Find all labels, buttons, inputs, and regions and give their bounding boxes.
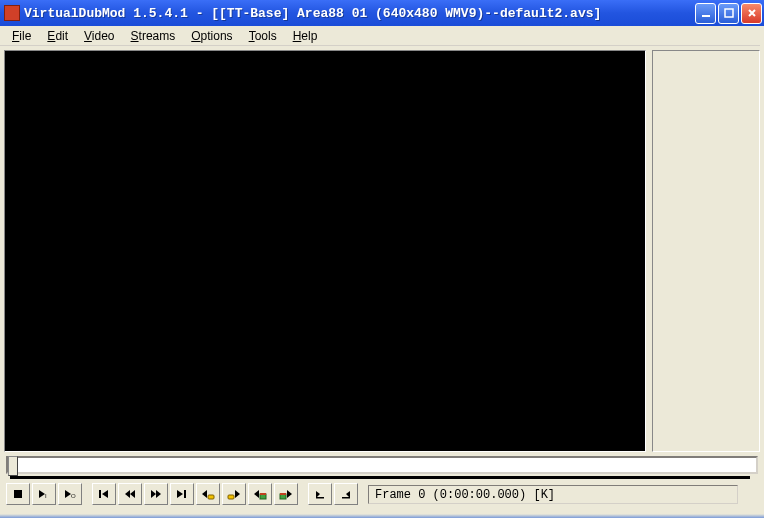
- svg-text:I: I: [45, 493, 47, 499]
- menu-help[interactable]: Help: [285, 27, 326, 45]
- svg-marker-13: [177, 490, 183, 498]
- window-right-border: [760, 26, 764, 514]
- svg-marker-24: [287, 490, 292, 498]
- scene-back-button[interactable]: [248, 483, 272, 505]
- svg-marker-15: [202, 490, 207, 498]
- svg-text:O: O: [71, 493, 76, 499]
- stop-button[interactable]: [6, 483, 30, 505]
- svg-rect-17: [228, 495, 234, 499]
- play-input-button[interactable]: I: [32, 483, 56, 505]
- key-next-button[interactable]: [222, 483, 246, 505]
- svg-marker-19: [254, 490, 259, 498]
- step-back-button[interactable]: [118, 483, 142, 505]
- work-area: [0, 46, 764, 452]
- seek-start-button[interactable]: [92, 483, 116, 505]
- titlebar: VirtualDubMod 1.5.4.1 - [[TT-Base] Area8…: [0, 0, 764, 26]
- minimize-button[interactable]: [695, 3, 716, 24]
- menu-streams[interactable]: Streams: [123, 27, 184, 45]
- svg-rect-1: [725, 9, 733, 17]
- svg-rect-2: [14, 490, 22, 498]
- key-prev-button[interactable]: [196, 483, 220, 505]
- window-bottom-border: [0, 514, 764, 518]
- timeline-slider[interactable]: [6, 456, 758, 474]
- mark-out-button[interactable]: [334, 483, 358, 505]
- svg-marker-8: [102, 490, 108, 498]
- svg-marker-10: [130, 490, 135, 498]
- svg-marker-9: [125, 490, 130, 498]
- frame-status: Frame 0 (0:00:00.000) [K]: [368, 485, 738, 504]
- menu-options[interactable]: Options: [183, 27, 240, 45]
- window-title: VirtualDubMod 1.5.4.1 - [[TT-Base] Area8…: [24, 6, 695, 21]
- close-button[interactable]: [741, 3, 762, 24]
- app-icon: [4, 5, 20, 21]
- seek-end-button[interactable]: [170, 483, 194, 505]
- timeline-row: [0, 452, 764, 479]
- menu-file[interactable]: File: [4, 27, 39, 45]
- svg-rect-23: [280, 493, 286, 495]
- svg-rect-21: [260, 493, 266, 495]
- svg-rect-14: [184, 490, 186, 498]
- menu-tools[interactable]: Tools: [241, 27, 285, 45]
- menu-edit[interactable]: Edit: [39, 27, 76, 45]
- menubar: File Edit Video Streams Options Tools He…: [0, 26, 764, 46]
- svg-marker-11: [151, 490, 156, 498]
- video-preview-output[interactable]: [652, 50, 760, 452]
- menu-video[interactable]: Video: [76, 27, 122, 45]
- svg-marker-18: [235, 490, 240, 498]
- svg-rect-26: [342, 497, 350, 499]
- step-fwd-button[interactable]: [144, 483, 168, 505]
- scene-fwd-button[interactable]: [274, 483, 298, 505]
- transport-controls: I O Frame 0 (0:00:00.000) [K]: [0, 479, 764, 509]
- maximize-button[interactable]: [718, 3, 739, 24]
- svg-rect-25: [316, 497, 324, 499]
- play-output-button[interactable]: O: [58, 483, 82, 505]
- svg-rect-0: [702, 15, 710, 17]
- svg-rect-7: [99, 490, 101, 498]
- svg-marker-12: [156, 490, 161, 498]
- window-controls: [695, 3, 762, 24]
- timeline-handle[interactable]: [8, 456, 18, 476]
- video-preview-input[interactable]: [4, 50, 646, 452]
- mark-in-button[interactable]: [308, 483, 332, 505]
- svg-rect-16: [208, 495, 214, 499]
